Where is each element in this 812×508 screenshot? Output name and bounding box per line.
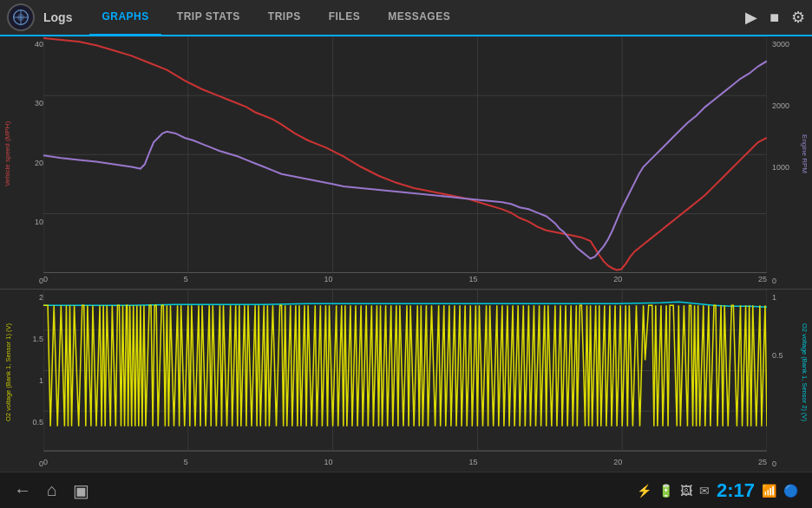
top-chart-svg: [43, 36, 767, 275]
bluetooth-icon: 🔵: [783, 484, 798, 498]
app-title: Logs: [43, 10, 72, 24]
tab-graphs[interactable]: GRAPHS: [89, 0, 160, 36]
y-right-title-bottom: O2 voltage (Bank 1, Sensor 2) (V): [801, 323, 809, 421]
y-axis-left-top: 40 30 20 10 0: [14, 36, 45, 289]
x-labels-top: 0 5 10 15 20 25: [43, 271, 767, 287]
status-icons: ⚡ 🔋 🖼 ✉ 2:17 📶 🔵: [637, 479, 798, 502]
nav-tabs: GRAPHS TRIP STATS TRIPS FILES MESSAGES: [89, 0, 745, 36]
battery-icon: 🔋: [658, 484, 673, 498]
tab-trip-stats[interactable]: TRIP STATS: [165, 0, 252, 36]
tab-files[interactable]: FILES: [317, 0, 373, 36]
status-bar: ← ⌂ ▣ ⚡ 🔋 🖼 ✉ 2:17 📶 🔵: [0, 472, 812, 508]
nav-buttons: ← ⌂ ▣: [14, 480, 89, 501]
play-button[interactable]: ▶: [745, 8, 757, 27]
y-left-title-top: Vehicle speed (MPH): [4, 121, 12, 186]
top-bar: Logs GRAPHS TRIP STATS TRIPS FILES MESSA…: [0, 0, 812, 36]
wifi-icon: 📶: [762, 484, 776, 498]
stop-button[interactable]: ■: [769, 9, 779, 27]
settings-button[interactable]: ⚙: [791, 8, 805, 27]
top-bar-actions: ▶ ■ ⚙: [745, 8, 805, 27]
y-axis-left-bottom: 2 1.5 1 0.5 0: [14, 290, 45, 472]
bottom-chart-svg: [43, 290, 767, 453]
home-button[interactable]: ⌂: [47, 480, 57, 500]
mail-icon: ✉: [699, 484, 710, 498]
x-labels-bottom: 0 5 10 15 20 25: [43, 454, 767, 470]
app-logo: [7, 3, 35, 31]
y-right-title-top: Engine RPM: [801, 134, 809, 173]
y-axis-right-bottom: 1 0.5 0: [769, 290, 798, 472]
time-display: 2:17: [717, 479, 755, 502]
charts-area: Vehicle speed (MPH) Engine RPM 40 30 20 …: [0, 36, 812, 472]
y-axis-right-top: 3000 2000 1000 0: [769, 36, 798, 289]
y-left-title-bottom: O2 voltage (Bank 1, Sensor 1) (V): [4, 323, 12, 421]
tab-trips[interactable]: TRIPS: [256, 0, 313, 36]
gallery-icon: 🖼: [680, 484, 692, 498]
chart-top: Vehicle speed (MPH) Engine RPM 40 30 20 …: [0, 36, 812, 290]
back-button[interactable]: ←: [14, 480, 31, 500]
tab-messages[interactable]: MESSAGES: [376, 0, 462, 36]
chart-bottom: O2 voltage (Bank 1, Sensor 1) (V) O2 vol…: [0, 290, 812, 472]
usb-icon: ⚡: [637, 484, 652, 498]
recents-button[interactable]: ▣: [73, 480, 89, 501]
